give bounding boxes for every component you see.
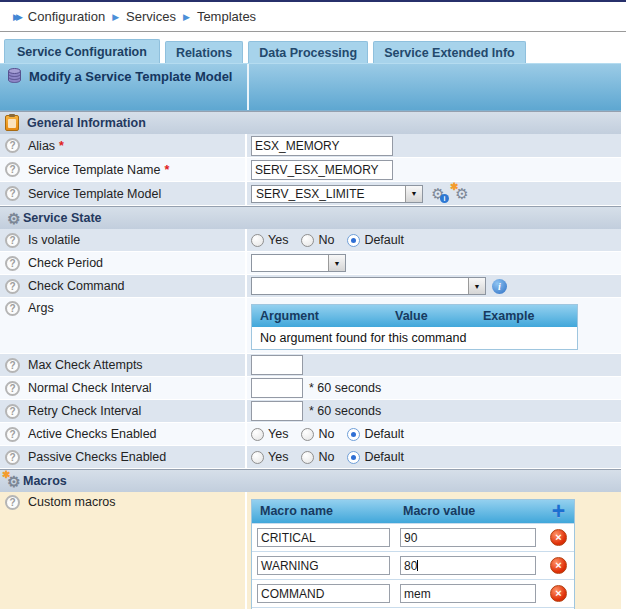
help-icon[interactable]: ? [5,381,20,396]
args-table-header: Argument Value Example [252,305,577,327]
row-alias: ?Alias* [0,134,621,158]
macro-value-input[interactable]: 80 [400,556,536,575]
check-period-label: Check Period [28,256,103,270]
help-icon[interactable]: ? [5,162,20,177]
section-title: General Information [27,116,146,130]
help-icon[interactable]: ? [5,358,20,373]
row-retry-check-interval: ?Retry Check Interval * 60 seconds [0,400,621,423]
delete-macro-button[interactable]: × [550,529,567,546]
service-template-form: Modify a Service Template Model General … [0,63,621,609]
delete-macro-button[interactable]: × [550,585,567,602]
interval-suffix: * 60 seconds [309,404,381,418]
section-macros: ⚙✱ Macros [0,469,621,492]
service-template-name-input[interactable] [251,160,393,180]
breadcrumb-item-templates[interactable]: Templates [197,9,256,24]
tab-data-processing[interactable]: Data Processing [248,41,368,63]
check-command-select[interactable]: ▼ [251,277,486,295]
help-icon[interactable]: ? [5,279,20,294]
tab-relations[interactable]: Relations [165,41,243,63]
normal-check-interval-label: Normal Check Interval [28,381,152,395]
macro-name-input[interactable]: COMMAND [257,584,390,603]
form-header: Modify a Service Template Model [0,63,621,111]
macros-table: Macro name Macro value + CRITICAL 90 × W… [251,499,575,609]
active-checks-label: Active Checks Enabled [28,427,157,441]
macro-value-input[interactable]: 90 [400,528,536,547]
check-period-select[interactable]: ▼ [251,254,346,272]
row-passive-checks-enabled: ?Passive Checks Enabled Yes No Default [0,446,621,469]
breadcrumb: ▶▶ Configuration ▶ Services ▶ Templates [0,2,626,32]
help-icon[interactable]: ? [5,427,20,442]
view-template-gear-info-icon[interactable]: ⚙i [429,185,447,202]
help-icon[interactable]: ? [5,450,20,465]
passive-checks-radio-no[interactable]: No [301,450,334,464]
is-volatile-radio-yes[interactable]: Yes [251,233,288,247]
form-title: Modify a Service Template Model [2,68,240,89]
passive-checks-radio-default[interactable]: Default [347,450,404,464]
args-label: Args [28,301,54,315]
row-custom-macros: ?Custom macros Macro name Macro value + … [0,492,621,609]
alias-input[interactable] [251,136,393,156]
delete-macro-button[interactable]: × [550,557,567,574]
breadcrumb-arrow-icon: ▶ [112,12,119,22]
passive-checks-radio-yes[interactable]: Yes [251,450,288,464]
macro-value-header: Macro value [395,500,543,523]
macros-table-header: Macro name Macro value + [252,500,574,523]
select-value: SERV_ESX_LIMITE [252,186,405,202]
section-general-information: General Information [0,111,621,134]
info-icon[interactable]: i [492,279,507,294]
help-icon[interactable]: ? [5,138,20,153]
macro-row-critical: CRITICAL 90 × [252,523,574,551]
normal-check-interval-input[interactable] [251,378,303,398]
active-checks-radio-yes[interactable]: Yes [251,427,288,441]
clipboard-icon [5,115,19,131]
help-icon[interactable]: ? [5,495,20,510]
macro-value-input[interactable]: mem [400,584,536,603]
row-max-check-attempts: ?Max Check Attempts [0,354,621,377]
check-command-label: Check Command [28,279,125,293]
help-icon[interactable]: ? [5,256,20,271]
tab-service-extended-info[interactable]: Service Extended Info [373,41,526,63]
breadcrumb-item-configuration[interactable]: Configuration [28,9,105,24]
macro-row-warning: WARNING 80 × [252,551,574,579]
args-header-value: Value [387,305,475,327]
help-icon[interactable]: ? [5,233,20,248]
is-volatile-label: Is volatile [28,233,80,247]
dropdown-arrow-icon: ▼ [468,278,485,294]
interval-suffix: * 60 seconds [309,381,381,395]
active-checks-radio-default[interactable]: Default [347,427,404,441]
breadcrumb-item-services[interactable]: Services [126,9,176,24]
add-macro-button[interactable]: + [552,500,565,523]
service-template-name-label: Service Template Name [28,163,160,177]
macro-name-input[interactable]: WARNING [257,556,390,575]
help-icon[interactable]: ? [5,186,20,201]
row-normal-check-interval: ?Normal Check Interval * 60 seconds [0,377,621,400]
is-volatile-radio-default[interactable]: Default [347,233,404,247]
macro-name-input[interactable]: CRITICAL [257,528,390,547]
is-volatile-radio-no[interactable]: No [301,233,334,247]
macro-row-command: COMMAND mem × [252,579,574,607]
header-divider [247,64,249,110]
args-table: Argument Value Example No argument found… [251,304,578,350]
alias-label: Alias [28,139,55,153]
section-title: Macros [23,474,67,488]
max-check-attempts-label: Max Check Attempts [28,358,143,372]
row-active-checks-enabled: ?Active Checks Enabled Yes No Default [0,423,621,446]
create-template-gear-star-icon[interactable]: ⚙✱ [453,185,471,202]
args-header-example: Example [475,305,577,327]
max-check-attempts-input[interactable] [251,355,303,375]
service-template-model-select[interactable]: SERV_ESX_LIMITE▼ [251,185,423,203]
args-header-argument: Argument [252,305,387,327]
required-marker: * [164,163,169,177]
passive-checks-label: Passive Checks Enabled [28,450,166,464]
macro-name-header: Macro name [252,500,395,523]
row-args: ?Args Argument Value Example No argument… [0,298,621,354]
tab-service-configuration[interactable]: Service Configuration [4,39,160,63]
retry-check-interval-input[interactable] [251,401,303,421]
active-checks-radio-no[interactable]: No [301,427,334,441]
tab-bar: Service Configuration Relations Data Pro… [4,38,626,63]
args-empty-message: No argument found for this command [252,327,577,349]
help-icon[interactable]: ? [5,404,20,419]
help-icon[interactable]: ? [5,301,20,316]
required-marker: * [59,139,64,153]
dropdown-arrow-icon: ▼ [328,255,345,271]
